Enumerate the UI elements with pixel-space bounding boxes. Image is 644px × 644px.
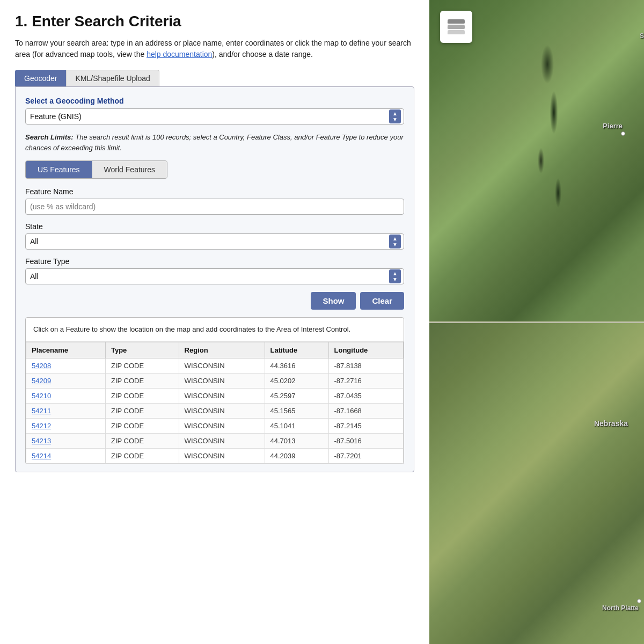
intro-text: To narrow your search area: type in an a…	[15, 38, 414, 60]
feature-type-group: Feature Type All ▲ ▼	[25, 257, 404, 284]
cell-longitude: -87.0435	[328, 388, 403, 403]
cell-longitude: -87.1668	[328, 403, 403, 418]
cell-longitude: -87.7201	[328, 448, 403, 463]
cell-type: ZIP CODE	[105, 418, 179, 433]
feature-tab-world[interactable]: World Features	[92, 161, 167, 178]
map-top: Pierre S	[429, 0, 644, 321]
north-platte-label: North Platte	[602, 604, 639, 612]
feature-tabs: US Features World Features	[25, 160, 167, 179]
cell-latitude: 44.7013	[265, 433, 328, 448]
col-header-region: Region	[179, 342, 265, 358]
col-header-type: Type	[105, 342, 179, 358]
cell-placename[interactable]: 54214	[26, 448, 106, 463]
feature-tab-us[interactable]: US Features	[26, 161, 92, 178]
cell-placename[interactable]: 54210	[26, 388, 106, 403]
feature-name-label: Feature Name	[25, 187, 404, 196]
left-panel: 1. Enter Search Criteria To narrow your …	[0, 0, 429, 644]
col-header-longitude: Longitude	[328, 342, 403, 358]
state-select[interactable]: All	[25, 233, 404, 250]
cell-longitude: -87.5016	[328, 433, 403, 448]
cell-latitude: 45.1565	[265, 403, 328, 418]
south-label: S	[640, 32, 644, 40]
table-row[interactable]: 54209 ZIP CODE WISCONSIN 45.0202 -87.271…	[26, 373, 404, 388]
cell-latitude: 44.3616	[265, 358, 328, 373]
cell-region: WISCONSIN	[179, 433, 265, 448]
results-area: Click on a Feature to show the location …	[25, 317, 404, 464]
cell-longitude: -87.2145	[328, 418, 403, 433]
cell-longitude: -87.2716	[328, 373, 403, 388]
cell-region: WISCONSIN	[179, 448, 265, 463]
cell-placename[interactable]: 54208	[26, 358, 106, 373]
table-row[interactable]: 54214 ZIP CODE WISCONSIN 44.2039 -87.720…	[26, 448, 404, 463]
table-row[interactable]: 54211 ZIP CODE WISCONSIN 45.1565 -87.166…	[26, 403, 404, 418]
feature-type-label: Feature Type	[25, 257, 404, 266]
results-info: Click on a Feature to show the location …	[26, 318, 404, 342]
col-header-placename: Placename	[26, 342, 106, 358]
north-platte-dot	[637, 599, 641, 603]
map-layers-button[interactable]	[440, 11, 472, 43]
pierre-label: Pierre	[603, 122, 623, 130]
cell-placename[interactable]: 54211	[26, 403, 106, 418]
cell-type: ZIP CODE	[105, 358, 179, 373]
main-tabs: Geocoder KML/Shapefile Upload	[15, 70, 414, 86]
show-button[interactable]: Show	[311, 292, 356, 310]
right-panel: Pierre S Nebraska North Platte	[429, 0, 644, 644]
layers-icon	[448, 19, 465, 34]
button-row: Show Clear	[25, 292, 404, 310]
state-label: State	[25, 222, 404, 231]
cell-latitude: 45.2597	[265, 388, 328, 403]
table-row[interactable]: 54212 ZIP CODE WISCONSIN 45.1041 -87.214…	[26, 418, 404, 433]
table-row[interactable]: 54213 ZIP CODE WISCONSIN 44.7013 -87.501…	[26, 433, 404, 448]
feature-name-group: Feature Name	[25, 187, 404, 215]
geocoding-method-select[interactable]: Feature (GNIS) Address Coordinates	[25, 108, 404, 125]
layer-3	[448, 30, 465, 34]
feature-name-input[interactable]	[25, 199, 404, 215]
col-header-latitude: Latitude	[265, 342, 328, 358]
feature-type-select[interactable]: All	[25, 268, 404, 284]
cell-type: ZIP CODE	[105, 433, 179, 448]
cell-type: ZIP CODE	[105, 388, 179, 403]
layer-1	[448, 19, 465, 24]
clear-button[interactable]: Clear	[360, 292, 404, 310]
feature-type-wrapper: All ▲ ▼	[25, 268, 404, 284]
cell-type: ZIP CODE	[105, 403, 179, 418]
cell-region: WISCONSIN	[179, 403, 265, 418]
nebraska-label: Nebraska	[594, 419, 628, 428]
results-table: Placename Type Region Latitude Longitude…	[26, 342, 404, 464]
help-link[interactable]: help documentation	[147, 50, 212, 58]
table-row[interactable]: 54208 ZIP CODE WISCONSIN 44.3616 -87.813…	[26, 358, 404, 373]
cell-placename[interactable]: 54209	[26, 373, 106, 388]
page-title: 1. Enter Search Criteria	[15, 13, 414, 30]
state-wrapper: All ▲ ▼	[25, 233, 404, 250]
geocoding-method-wrapper: Feature (GNIS) Address Coordinates ▲ ▼	[25, 108, 404, 125]
table-row[interactable]: 54210 ZIP CODE WISCONSIN 45.2597 -87.043…	[26, 388, 404, 403]
cell-region: WISCONSIN	[179, 418, 265, 433]
cell-region: WISCONSIN	[179, 373, 265, 388]
pierre-dot	[621, 131, 625, 136]
state-group: State All ▲ ▼	[25, 222, 404, 250]
cell-placename[interactable]: 54212	[26, 418, 106, 433]
cell-region: WISCONSIN	[179, 358, 265, 373]
tab-kml[interactable]: KML/Shapefile Upload	[66, 70, 159, 86]
cell-latitude: 44.2039	[265, 448, 328, 463]
layer-2	[448, 25, 465, 29]
geocoding-method-label: Select a Geocoding Method	[25, 97, 404, 105]
cell-placename[interactable]: 54213	[26, 433, 106, 448]
search-limits-text: Search Limits: The search result limit i…	[25, 132, 404, 153]
cell-type: ZIP CODE	[105, 448, 179, 463]
cell-longitude: -87.8138	[328, 358, 403, 373]
map-bottom: Nebraska North Platte	[429, 323, 644, 645]
cell-type: ZIP CODE	[105, 373, 179, 388]
cell-latitude: 45.0202	[265, 373, 328, 388]
form-panel: Select a Geocoding Method Feature (GNIS)…	[15, 86, 414, 472]
cell-region: WISCONSIN	[179, 388, 265, 403]
cell-latitude: 45.1041	[265, 418, 328, 433]
tab-geocoder[interactable]: Geocoder	[15, 70, 66, 86]
